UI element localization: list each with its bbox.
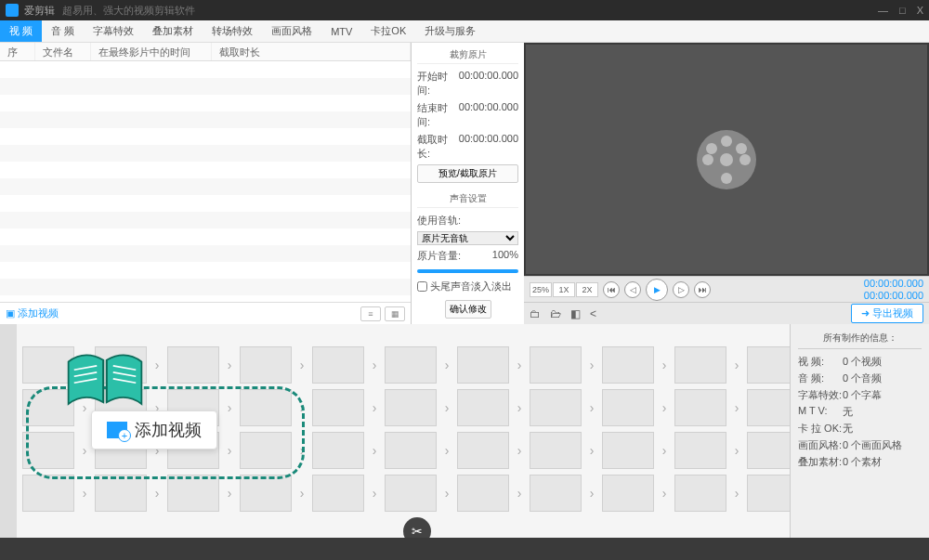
clip-slot[interactable] [22, 346, 74, 384]
tab-karaoke[interactable]: 卡拉OK [361, 20, 415, 42]
grid-view-button[interactable]: ▦ [385, 306, 405, 321]
video-preview[interactable] [526, 45, 927, 274]
timeline-row: ››››››››››› [22, 346, 784, 384]
zoom-1x[interactable]: 1X [553, 282, 575, 297]
next-frame-button[interactable]: ⏭ [694, 281, 711, 298]
timeline-tracks[interactable]: ››››››››››› ››››››››››› ››››››››››› ››››… [17, 324, 790, 538]
clip-list[interactable] [0, 61, 411, 302]
volume-slider[interactable] [417, 269, 518, 273]
preview-trim-button[interactable]: 预览/截取原片 [417, 164, 518, 183]
col-index: 序号 [0, 43, 35, 60]
duration: 00:00:00.000 [459, 133, 518, 161]
preview-panel: 25% 1X 2X ⏮ ◁ ▶ ▷ ⏭ 00:00:00.000 00:00:0… [524, 43, 929, 324]
prev-frame-button[interactable]: ⏮ [603, 281, 620, 298]
list-header: 序号 文件名 在最终影片中的时间 截取时长 [0, 43, 411, 61]
list-view-button[interactable]: ≡ [360, 306, 381, 321]
tab-overlay[interactable]: 叠加素材 [143, 20, 203, 42]
share-icon[interactable]: < [590, 307, 596, 320]
main-tabs: 视 频 音 频 字幕特效 叠加素材 转场特效 画面风格 MTV 卡拉OK 升级与… [0, 20, 929, 43]
playback-controls: 25% 1X 2X ⏮ ◁ ▶ ▷ ⏭ 00:00:00.000 00:00:0… [524, 276, 929, 302]
tab-mtv[interactable]: MTV [321, 22, 361, 41]
col-duration: 截取时长 [212, 43, 411, 60]
titlebar: 爱剪辑 超易用、强大的视频剪辑软件 — □ X [0, 0, 929, 20]
end-time[interactable]: 00:00:00.000 [459, 101, 518, 129]
clip-list-panel: 序号 文件名 在最终影片中的时间 截取时长 ▣ 添加视频 ≡ ▦ [0, 43, 411, 324]
timeline-row: ››››››››››› [22, 475, 784, 512]
info-header: 所有制作的信息： [798, 332, 922, 349]
minimize-button[interactable]: — [878, 5, 888, 16]
zoom-2x[interactable]: 2X [576, 282, 598, 297]
transition-slot[interactable]: › [78, 358, 91, 372]
section-audio: 声音设置 [417, 192, 518, 208]
add-video-button[interactable]: ▣ 添加视频 [6, 306, 59, 320]
tab-subtitle[interactable]: 字幕特效 [84, 20, 143, 42]
project-info-panel: 所有制作的信息： 视 频:0 个视频 音 频:0 个音频 字幕特效:0 个字幕 … [790, 324, 929, 538]
export-video-button[interactable]: ➜ 导出视频 [851, 304, 923, 323]
fade-checkbox[interactable]: 头尾声音淡入淡出 [417, 280, 518, 293]
tab-style[interactable]: 画面风格 [262, 20, 321, 42]
confirm-button[interactable]: 确认修改 [445, 300, 491, 319]
folder-icon[interactable]: 🗀 [530, 307, 541, 320]
preview-toolbar: 🗀 🗁 ◧ < ➜ 导出视频 [524, 302, 929, 324]
step-fwd-button[interactable]: ▷ [673, 281, 689, 298]
clip-settings-panel: 裁剪原片 开始时间:00:00:00.000 结束时间:00:00:00.000… [411, 43, 524, 324]
film-reel-icon [697, 130, 756, 189]
app-subtitle: 超易用、强大的视频剪辑软件 [62, 4, 195, 18]
plus-icon: ▣ [6, 307, 15, 319]
export-icon: ➜ [861, 307, 870, 319]
folder2-icon[interactable]: 🗁 [550, 307, 561, 320]
play-button[interactable]: ▶ [646, 279, 668, 301]
current-time: 00:00:00.000 [864, 278, 923, 289]
maximize-button[interactable]: □ [899, 5, 906, 16]
step-back-button[interactable]: ◁ [624, 281, 641, 298]
scissors-icon[interactable]: ✂ [403, 517, 431, 538]
section-trim: 裁剪原片 [417, 48, 518, 64]
tab-upgrade[interactable]: 升级与服务 [415, 20, 485, 42]
timeline-sidebar[interactable] [0, 324, 17, 538]
tab-audio[interactable]: 音 频 [42, 20, 84, 42]
total-time: 00:00:00.000 [864, 290, 923, 301]
app-logo-icon [6, 4, 19, 17]
zoom-25[interactable]: 25% [530, 282, 552, 297]
col-time: 在最终影片中的时间 [91, 43, 212, 60]
col-filename: 文件名 [35, 43, 91, 60]
timeline-area: ››››››››››› ››››››››››› ››››››››››› ››››… [0, 324, 929, 538]
tab-video[interactable]: 视 频 [0, 20, 42, 42]
timeline-row: ››››››››››› [22, 432, 784, 469]
start-time[interactable]: 00:00:00.000 [459, 70, 518, 98]
snapshot-icon[interactable]: ◧ [570, 307, 581, 320]
volume-value: 100% [492, 249, 518, 263]
close-button[interactable]: X [917, 5, 923, 16]
app-title: 爱剪辑 [24, 4, 55, 18]
timeline-row: ››››››››››› [22, 389, 784, 426]
audio-track-select[interactable]: 原片无音轨 [417, 231, 518, 245]
tab-transition[interactable]: 转场特效 [203, 20, 262, 42]
